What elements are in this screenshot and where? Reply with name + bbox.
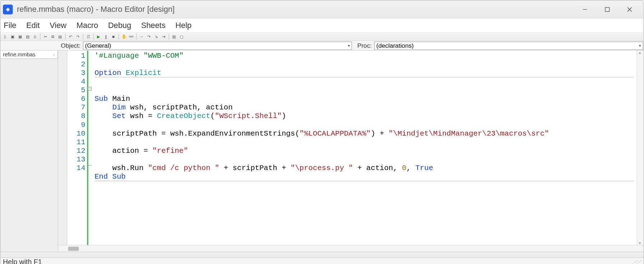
menu-debug[interactable]: Debug [108, 21, 131, 30]
minimize-icon [582, 6, 588, 12]
rule [95, 77, 634, 77]
proc-combo[interactable]: (declarations) ▾ [374, 41, 643, 50]
step-into-icon[interactable]: → [138, 33, 145, 39]
chevron-down-icon: ▾ [639, 43, 641, 48]
code-token: End [95, 173, 108, 181]
menu-file[interactable]: File [4, 21, 16, 30]
code-token: wsh.Run [95, 164, 148, 172]
code-token: "cmd /c python " [148, 164, 219, 172]
breakpoint-icon[interactable]: ✋ [120, 33, 127, 39]
line-number: 8 [67, 112, 86, 121]
tab-close-icon[interactable]: ▫ [53, 52, 55, 57]
scroll-down-icon[interactable]: ▾ [639, 241, 641, 245]
chevron-down-icon: ▾ [348, 43, 350, 48]
editor-window: ◈ refine.mmbas (macro) - Macro Editor [d… [0, 0, 644, 264]
scroll-up-icon[interactable]: ▴ [639, 51, 641, 55]
close-button[interactable] [618, 2, 641, 16]
horizontal-scrollbar[interactable] [58, 245, 643, 251]
paste-icon[interactable]: ▤ [57, 33, 63, 39]
app-icon: ◈ [3, 4, 13, 14]
code-token: ) [282, 112, 286, 120]
line-number: 14 [67, 164, 86, 173]
code-token: scriptPath = wsh.ExpandEnvironmentString… [95, 129, 299, 137]
window-title: refine.mmbas (macro) - Macro Editor [des… [17, 5, 574, 14]
vertical-scrollbar[interactable]: ▴ ▾ [636, 51, 643, 245]
line-number: 3 [67, 69, 86, 77]
code-token: wsh = [126, 112, 157, 120]
resize-grip-icon[interactable]: ⋰⋰ [632, 259, 641, 264]
line-number: 7 [67, 103, 86, 112]
watch-icon[interactable]: 👓 [128, 33, 134, 39]
save-all-icon[interactable]: ▧ [24, 33, 31, 39]
menu-macro[interactable]: Macro [77, 21, 98, 30]
code-token: + action, [353, 164, 402, 172]
copy-icon[interactable]: ⧉ [50, 33, 56, 39]
code-token: "\Mindjet\MindManager\23\macros\src" [388, 129, 549, 137]
form-icon[interactable]: ▢ [178, 33, 185, 39]
tab-column: refine.mmbas ▫ [0, 51, 58, 251]
code-token: 0 [402, 164, 406, 172]
scroll-thumb[interactable] [68, 246, 79, 250]
close-icon [627, 6, 632, 12]
object-combo[interactable]: (General) ▾ [83, 41, 352, 50]
window-controls [574, 2, 641, 16]
statusbar: Help with F1 ⋰⋰ [0, 258, 643, 264]
step-out-icon[interactable]: ↳ [153, 33, 160, 39]
maximize-button[interactable] [596, 2, 618, 16]
save-icon[interactable]: ▦ [17, 33, 23, 39]
code-token: Sub [95, 95, 108, 103]
code-token: , [406, 164, 415, 172]
open-icon[interactable]: ▣ [9, 33, 16, 39]
file-tab[interactable]: refine.mmbas ▫ [0, 51, 58, 59]
menu-sheets[interactable]: Sheets [141, 21, 166, 30]
menu-help[interactable]: Help [175, 21, 192, 30]
menubar: File Edit View Macro Debug Sheets Help [0, 19, 643, 33]
redo-icon[interactable]: ↷ [75, 33, 81, 39]
line-number: 10 [67, 129, 86, 138]
cut-icon[interactable]: ✂ [42, 33, 49, 39]
undo-icon[interactable]: ↶ [67, 33, 74, 39]
code-token: Option [95, 69, 121, 77]
line-number: 4 [67, 77, 86, 86]
code-area[interactable]: '#Language "WWB-COM" Option Explicit Sub… [92, 51, 636, 245]
pause-icon[interactable]: ‖ [103, 33, 109, 39]
panel-gap [0, 251, 643, 257]
line-number: 5 [67, 86, 86, 95]
run-icon[interactable]: ▶ [95, 33, 102, 39]
svg-rect-1 [605, 7, 609, 11]
selector-row: Object: (General) ▾ Proc: (declarations)… [0, 41, 643, 51]
menu-edit[interactable]: Edit [26, 21, 40, 30]
line-number: 13 [67, 155, 86, 164]
code-token: Set [112, 112, 126, 120]
titlebar: ◈ refine.mmbas (macro) - Macro Editor [d… [0, 0, 643, 19]
code-token: action = [95, 147, 152, 155]
line-number: 6 [67, 95, 86, 103]
separator [136, 34, 137, 39]
separator [93, 34, 93, 39]
new-icon[interactable]: ▯ [2, 33, 9, 39]
rule [95, 181, 634, 181]
fold-toggle-icon[interactable]: - [88, 87, 92, 90]
line-number: 2 [67, 60, 86, 69]
browse-icon[interactable]: ☶ [85, 33, 91, 39]
stop-icon[interactable]: ■ [110, 33, 117, 39]
object-label: Object: [0, 42, 83, 49]
separator [83, 34, 83, 39]
minimize-button[interactable] [574, 2, 596, 16]
line-number: 1 [67, 52, 86, 60]
window-icon[interactable]: ▥ [171, 33, 177, 39]
code-token: True [415, 164, 433, 172]
separator [40, 34, 40, 39]
step-to-icon[interactable]: ⇥ [161, 33, 167, 39]
step-over-icon[interactable]: ↷ [146, 33, 152, 39]
line-number: 11 [67, 138, 86, 147]
menu-view[interactable]: View [50, 21, 66, 30]
code-token: + scriptPath + [219, 164, 290, 172]
file-tab-label: refine.mmbas [3, 52, 35, 58]
breakpoint-margin[interactable] [58, 51, 67, 245]
code-token: "\process.py " [291, 164, 353, 172]
code-token: CreateObject [157, 112, 211, 120]
print-icon[interactable]: ⎙ [32, 33, 38, 39]
code-token: Sub [112, 173, 126, 181]
code-line: '#Language "WWB-COM" [95, 52, 184, 60]
